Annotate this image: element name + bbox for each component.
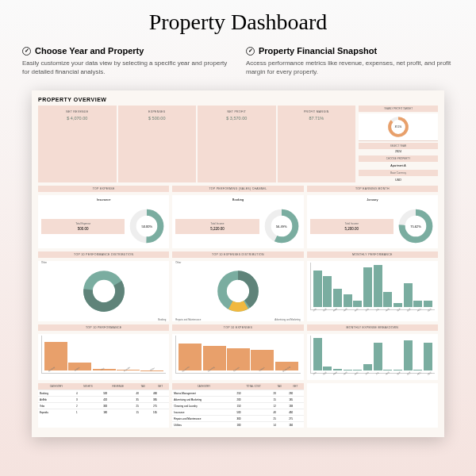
bar <box>383 292 392 308</box>
sec-top-expense: TOP EXPENSE <box>38 186 169 192</box>
kpi-expenses: EXPENSES $ 500.00 <box>118 106 197 182</box>
sec-top-channel: TOP PERFORMING (SALES) CHANNEL <box>172 186 303 192</box>
check-icon: ✓ <box>246 47 255 56</box>
bar <box>404 340 413 370</box>
monthly-exp-chart: JANFEBMARAPRMAYJUNJULAUGSEPOCTNOVDEC <box>307 334 438 380</box>
feature-snapshot: ✓ Property Financial Snapshot Access per… <box>246 46 454 76</box>
sec-exp-dist: TOP 10 EXPENSES DISTRIBUTION <box>172 251 303 258</box>
table-row: Vrbo230025275 <box>38 403 169 409</box>
th: TAX <box>134 383 151 390</box>
kpi-value: $ 4,070.00 <box>41 116 113 121</box>
card-2: January Total Income 5,200.00 75.62% <box>307 195 438 248</box>
bar <box>344 294 352 307</box>
th: TAX <box>271 383 287 390</box>
kpi-label: EXPENSES <box>121 110 194 113</box>
legend-other: Other <box>175 261 181 264</box>
feature-desc: Easily customize your data view by selec… <box>22 59 230 76</box>
kpi-label: PROFIT MARGIN <box>281 110 353 113</box>
card-info: Total Income 5,200.00 <box>310 219 393 234</box>
kpi-label: NET PROFIT <box>201 110 273 113</box>
th: NET <box>287 383 304 390</box>
sec-monthly-exp: MONTHLY EXPENSE BREAKDOWN <box>307 324 438 331</box>
card-info: Total Income 5,220.00 <box>175 219 259 234</box>
kpi-net-revenue: NET REVENUE $ 4,070.00 <box>38 106 117 182</box>
top10-perf-chart: BookingAirBnbVrboExpediaOther <box>38 334 169 380</box>
sec-top10-exp: TOP 10 EXPENSES <box>172 324 303 331</box>
bar <box>313 271 322 307</box>
dashboard-title: PROPERTY OVERVIEW <box>38 97 438 102</box>
feature-choose: ✓ Choose Year and Property Easily custom… <box>22 46 230 76</box>
feature-heading: Choose Year and Property <box>35 46 144 56</box>
th: REVENUE <box>102 383 134 390</box>
card-donut: 56.49% <box>263 207 301 245</box>
card-1: Booking Total Income 5,220.00 56.49% <box>172 195 303 248</box>
kpi-net-profit: NET PROFIT $ 3,570.00 <box>198 106 276 182</box>
card-title: Insurance <box>38 195 169 204</box>
th: NIGHTS <box>75 383 102 390</box>
kpi-value: 87.71% <box>281 116 353 121</box>
bar <box>333 289 342 308</box>
feature-row: ✓ Choose Year and Property Easily custom… <box>0 35 476 84</box>
sec-monthly-perf: MONTHLY PERFORMANCE <box>307 251 438 258</box>
legend-repairs: Repairs and Maintenance <box>175 318 201 321</box>
bar <box>404 283 413 307</box>
bar <box>323 276 332 308</box>
bar <box>424 343 432 371</box>
kpi-value: $ 3,570.00 <box>201 116 273 121</box>
table-row: AirBnb342035385 <box>38 397 169 403</box>
monthly-perf-chart: JANFEBMARAPRMAYJUNJULAUGSEPOCTNOVDEC <box>307 261 438 321</box>
table-row: Repairs and Maintenance30025275 <box>172 416 303 422</box>
top10-exp-chart: InsuranceCleaningRepairsUtilitiesMarketi… <box>172 334 303 380</box>
card-title: Booking <box>172 195 303 204</box>
table-expenses: CATEGORYTOTAL COSTTAXNETMarina Managemen… <box>172 383 303 428</box>
th: NET <box>152 383 169 390</box>
choose-property-header: CHOOSE PROPERTY <box>359 155 438 162</box>
dashboard: PROPERTY OVERVIEW NET REVENUE $ 4,070.00… <box>32 90 444 437</box>
table-row: Marina Management25020230 <box>172 390 303 397</box>
select-year-header: SELECT YEAR <box>359 143 438 149</box>
feature-heading: Property Financial Snapshot <box>259 46 377 56</box>
legend-booking: Booking <box>158 318 166 321</box>
target-pct: 87.1% <box>395 125 402 129</box>
feature-desc: Access performance metrics like revenue,… <box>246 59 454 76</box>
bar <box>374 265 382 307</box>
card-donut: 50.00% <box>128 207 166 245</box>
bar <box>363 364 372 370</box>
kpi-label: NET REVENUE <box>41 110 113 113</box>
check-icon: ✓ <box>22 47 31 56</box>
table-performance: CATEGORYNIGHTSREVENUETAXNETBooking450040… <box>38 383 169 428</box>
bar <box>313 338 322 370</box>
currency[interactable]: USD <box>359 178 438 182</box>
legend-marketing: Advertising and Marketing <box>274 318 300 321</box>
choose-property[interactable]: Apartment A <box>359 163 438 168</box>
kpi-margin: PROFIT MARGIN 87.71% <box>278 106 356 182</box>
th: TOTAL COST <box>236 383 272 390</box>
legend-other: Other <box>41 261 47 264</box>
select-year[interactable]: 2024 <box>359 149 438 154</box>
page-title: Property Dashboard <box>0 10 476 35</box>
th: CATEGORY <box>172 383 235 390</box>
bar <box>353 301 362 307</box>
exp-dist-chart: Other Repairs and MaintenanceAdvertising… <box>172 261 303 321</box>
th: CATEGORY <box>38 383 75 390</box>
table-row: Advertising and Marketing20015185 <box>172 397 303 403</box>
table-row: Cleaning and Laundry15012138 <box>172 403 303 409</box>
table-row: Insurance50040460 <box>172 409 303 416</box>
bar <box>374 343 382 371</box>
sec-top-month: TOP EARNING MONTH <box>307 186 438 192</box>
bar <box>363 267 372 307</box>
kpi-value: $ 500.00 <box>121 116 194 121</box>
table-row: Expedia118015165 <box>38 409 169 416</box>
perf-dist-chart: Other Booking <box>38 261 169 321</box>
card-title: January <box>307 195 438 204</box>
sec-top10-perf: TOP 10 PERFORMANCE <box>38 324 169 331</box>
card-info: Total Expense 500.00 <box>41 219 125 234</box>
table-row: Booking450040460 <box>38 390 169 397</box>
card-donut: 75.62% <box>397 207 435 245</box>
yearly-target-donut: 87.1% <box>387 116 409 138</box>
yearly-target-header: YEARLY PROFIT TARGET <box>359 106 438 112</box>
sec-perf-dist: TOP 10 PERFORMANCE DISTRIBUTION <box>38 251 169 258</box>
card-0: Insurance Total Expense 500.00 50.00% <box>38 195 169 248</box>
table-row: Utilities18014166 <box>172 422 303 428</box>
currency-header: Base Currency <box>359 170 438 176</box>
